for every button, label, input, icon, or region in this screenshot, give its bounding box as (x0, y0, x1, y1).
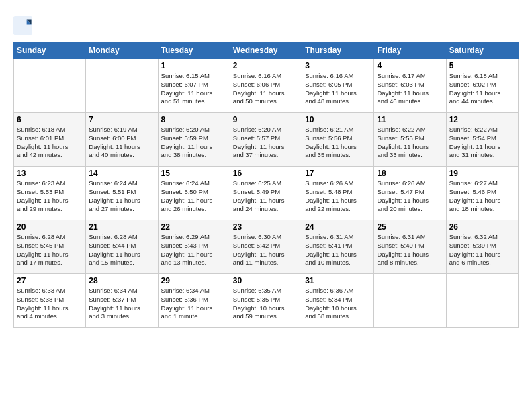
day-info: Sunrise: 6:35 AM Sunset: 5:35 PM Dayligh… (233, 287, 299, 321)
day-info: Sunrise: 6:22 AM Sunset: 5:54 PM Dayligh… (449, 126, 515, 160)
day-info: Sunrise: 6:16 AM Sunset: 6:06 PM Dayligh… (233, 72, 299, 106)
day-info: Sunrise: 6:33 AM Sunset: 5:38 PM Dayligh… (17, 287, 83, 321)
day-info: Sunrise: 6:17 AM Sunset: 6:03 PM Dayligh… (377, 72, 443, 106)
calendar-cell: 21Sunrise: 6:28 AM Sunset: 5:44 PM Dayli… (86, 220, 158, 274)
calendar-cell: 2Sunrise: 6:16 AM Sunset: 6:06 PM Daylig… (230, 59, 302, 113)
calendar-cell: 13Sunrise: 6:23 AM Sunset: 5:53 PM Dayli… (14, 167, 86, 220)
day-info: Sunrise: 6:36 AM Sunset: 5:34 PM Dayligh… (305, 287, 371, 321)
day-info: Sunrise: 6:32 AM Sunset: 5:39 PM Dayligh… (449, 233, 515, 267)
day-number: 17 (305, 169, 371, 178)
calendar-week-row: 6Sunrise: 6:18 AM Sunset: 6:01 PM Daylig… (14, 113, 519, 167)
day-number: 25 (377, 222, 443, 232)
calendar-cell (374, 274, 446, 328)
day-number: 30 (233, 276, 299, 285)
day-number: 6 (17, 115, 83, 124)
day-info: Sunrise: 6:22 AM Sunset: 5:55 PM Dayligh… (377, 126, 443, 160)
day-number: 22 (161, 222, 227, 232)
day-number: 18 (377, 169, 443, 178)
day-info: Sunrise: 6:26 AM Sunset: 5:47 PM Dayligh… (377, 179, 443, 214)
day-number: 1 (161, 61, 227, 71)
day-number: 24 (305, 222, 371, 232)
day-number: 2 (233, 61, 299, 71)
calendar-week-row: 1Sunrise: 6:15 AM Sunset: 6:07 PM Daylig… (14, 59, 519, 113)
day-number: 12 (449, 115, 515, 124)
day-info: Sunrise: 6:16 AM Sunset: 6:05 PM Dayligh… (305, 72, 371, 106)
day-info: Sunrise: 6:28 AM Sunset: 5:45 PM Dayligh… (17, 233, 83, 267)
day-number: 28 (89, 276, 154, 285)
calendar-cell: 15Sunrise: 6:24 AM Sunset: 5:50 PM Dayli… (158, 167, 230, 220)
day-info: Sunrise: 6:30 AM Sunset: 5:42 PM Dayligh… (233, 233, 299, 267)
day-info: Sunrise: 6:24 AM Sunset: 5:50 PM Dayligh… (161, 179, 227, 214)
calendar-cell: 22Sunrise: 6:29 AM Sunset: 5:43 PM Dayli… (158, 220, 230, 274)
calendar-cell: 3Sunrise: 6:16 AM Sunset: 6:05 PM Daylig… (302, 59, 374, 113)
day-info: Sunrise: 6:27 AM Sunset: 5:46 PM Dayligh… (449, 179, 515, 214)
weekday-header-row: SundayMondayTuesdayWednesdayThursdayFrid… (14, 42, 519, 59)
svg-rect-0 (13, 16, 32, 35)
day-info: Sunrise: 6:25 AM Sunset: 5:49 PM Dayligh… (233, 179, 299, 214)
weekday-header: Monday (86, 42, 158, 59)
day-info: Sunrise: 6:29 AM Sunset: 5:43 PM Dayligh… (161, 233, 227, 267)
day-info: Sunrise: 6:18 AM Sunset: 6:02 PM Dayligh… (449, 72, 515, 106)
day-number: 9 (233, 115, 299, 124)
day-number: 7 (89, 115, 154, 124)
day-info: Sunrise: 6:28 AM Sunset: 5:44 PM Dayligh… (89, 233, 154, 267)
day-number: 14 (89, 169, 154, 178)
calendar-week-row: 27Sunrise: 6:33 AM Sunset: 5:38 PM Dayli… (14, 274, 519, 328)
calendar-table: SundayMondayTuesdayWednesdayThursdayFrid… (13, 42, 519, 328)
day-info: Sunrise: 6:23 AM Sunset: 5:53 PM Dayligh… (17, 179, 83, 214)
calendar-cell: 19Sunrise: 6:27 AM Sunset: 5:46 PM Dayli… (446, 167, 518, 220)
calendar-cell: 26Sunrise: 6:32 AM Sunset: 5:39 PM Dayli… (446, 220, 518, 274)
calendar-cell: 6Sunrise: 6:18 AM Sunset: 6:01 PM Daylig… (14, 113, 86, 167)
day-info: Sunrise: 6:21 AM Sunset: 5:56 PM Dayligh… (305, 126, 371, 160)
calendar-cell: 24Sunrise: 6:31 AM Sunset: 5:41 PM Dayli… (302, 220, 374, 274)
weekday-header: Tuesday (158, 42, 230, 59)
day-number: 8 (161, 115, 227, 124)
day-info: Sunrise: 6:20 AM Sunset: 5:59 PM Dayligh… (161, 126, 227, 160)
day-info: Sunrise: 6:19 AM Sunset: 6:00 PM Dayligh… (89, 126, 154, 160)
weekday-header: Saturday (446, 42, 518, 59)
calendar-cell (14, 59, 86, 113)
calendar-cell: 4Sunrise: 6:17 AM Sunset: 6:03 PM Daylig… (374, 59, 446, 113)
calendar-cell: 9Sunrise: 6:20 AM Sunset: 5:57 PM Daylig… (230, 113, 302, 167)
calendar-cell: 29Sunrise: 6:34 AM Sunset: 5:36 PM Dayli… (158, 274, 230, 328)
weekday-header: Wednesday (230, 42, 302, 59)
day-number: 5 (449, 61, 515, 71)
calendar-cell: 1Sunrise: 6:15 AM Sunset: 6:07 PM Daylig… (158, 59, 230, 113)
day-number: 20 (17, 222, 83, 232)
day-number: 23 (233, 222, 299, 232)
day-number: 10 (305, 115, 371, 124)
calendar-cell: 20Sunrise: 6:28 AM Sunset: 5:45 PM Dayli… (14, 220, 86, 274)
day-info: Sunrise: 6:31 AM Sunset: 5:40 PM Dayligh… (377, 233, 443, 267)
calendar-cell: 28Sunrise: 6:34 AM Sunset: 5:37 PM Dayli… (86, 274, 158, 328)
calendar-week-row: 20Sunrise: 6:28 AM Sunset: 5:45 PM Dayli… (14, 220, 519, 274)
calendar-cell (86, 59, 158, 113)
logo (13, 16, 35, 35)
weekday-header: Sunday (14, 42, 86, 59)
day-number: 3 (305, 61, 371, 71)
calendar-cell: 25Sunrise: 6:31 AM Sunset: 5:40 PM Dayli… (374, 220, 446, 274)
calendar-week-row: 13Sunrise: 6:23 AM Sunset: 5:53 PM Dayli… (14, 167, 519, 220)
calendar-cell: 11Sunrise: 6:22 AM Sunset: 5:55 PM Dayli… (374, 113, 446, 167)
weekday-header: Thursday (302, 42, 374, 59)
calendar-cell (446, 274, 518, 328)
day-number: 19 (449, 169, 515, 178)
calendar-cell: 14Sunrise: 6:24 AM Sunset: 5:51 PM Dayli… (86, 167, 158, 220)
calendar-cell: 10Sunrise: 6:21 AM Sunset: 5:56 PM Dayli… (302, 113, 374, 167)
day-info: Sunrise: 6:18 AM Sunset: 6:01 PM Dayligh… (17, 126, 83, 160)
day-number: 16 (233, 169, 299, 178)
day-number: 4 (377, 61, 443, 71)
day-info: Sunrise: 6:20 AM Sunset: 5:57 PM Dayligh… (233, 126, 299, 160)
calendar-cell: 18Sunrise: 6:26 AM Sunset: 5:47 PM Dayli… (374, 167, 446, 220)
day-number: 11 (377, 115, 443, 124)
calendar-cell: 8Sunrise: 6:20 AM Sunset: 5:59 PM Daylig… (158, 113, 230, 167)
calendar-cell: 7Sunrise: 6:19 AM Sunset: 6:00 PM Daylig… (86, 113, 158, 167)
day-info: Sunrise: 6:24 AM Sunset: 5:51 PM Dayligh… (89, 179, 154, 214)
day-number: 21 (89, 222, 154, 232)
calendar-cell: 17Sunrise: 6:26 AM Sunset: 5:48 PM Dayli… (302, 167, 374, 220)
calendar-cell: 23Sunrise: 6:30 AM Sunset: 5:42 PM Dayli… (230, 220, 302, 274)
day-number: 27 (17, 276, 83, 285)
logo-icon (13, 16, 32, 35)
day-info: Sunrise: 6:26 AM Sunset: 5:48 PM Dayligh… (305, 179, 371, 214)
day-info: Sunrise: 6:15 AM Sunset: 6:07 PM Dayligh… (161, 72, 227, 106)
calendar-cell: 12Sunrise: 6:22 AM Sunset: 5:54 PM Dayli… (446, 113, 518, 167)
